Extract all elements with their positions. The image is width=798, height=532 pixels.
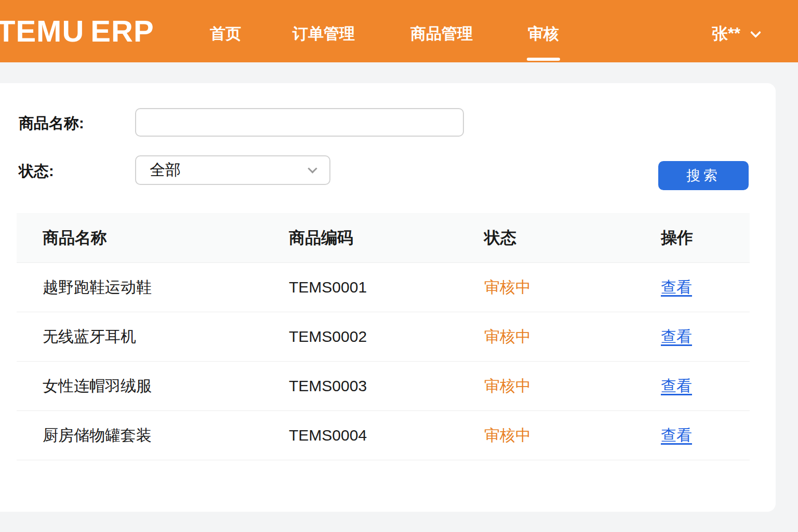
cell-product-code: TEMS0001: [289, 278, 484, 296]
cell-product-code: TEMS0003: [289, 377, 484, 395]
view-link[interactable]: 查看: [661, 425, 692, 446]
status-badge: 审核中: [484, 377, 531, 394]
cell-product-name: 越野跑鞋运动鞋: [17, 277, 289, 298]
status-badge: 审核中: [484, 427, 531, 444]
product-name-label: 商品名称:: [19, 113, 84, 134]
app-logo: TEMUERP: [0, 14, 154, 48]
nav-item-label: 首页: [210, 25, 241, 42]
product-name-input[interactable]: [135, 108, 464, 137]
status-select[interactable]: 全部: [135, 155, 330, 185]
column-header-name: 商品名称: [17, 227, 289, 249]
chevron-down-icon: [750, 26, 761, 37]
cell-product-name: 无线蓝牙耳机: [17, 326, 289, 348]
column-header-code: 商品编码: [289, 227, 484, 249]
table-row: 女性连帽羽绒服 TEMS0003 审核中 查看: [17, 362, 750, 411]
table-row: 越野跑鞋运动鞋 TEMS0001 审核中 查看: [17, 263, 750, 312]
chevron-down-icon: [308, 164, 317, 173]
nav-item-products[interactable]: 商品管理: [410, 23, 473, 62]
products-table: 商品名称 商品编码 状态 操作 越野跑鞋运动鞋 TEMS0001 审核中 查看 …: [17, 213, 750, 460]
table-row: 厨房储物罐套装 TEMS0004 审核中 查看: [17, 411, 750, 460]
nav-item-label: 审核: [528, 25, 559, 42]
search-button[interactable]: 搜索: [658, 161, 749, 190]
nav-item-home[interactable]: 首页: [210, 23, 241, 62]
column-header-action: 操作: [661, 227, 750, 249]
active-tab-underline: [527, 58, 560, 61]
user-name: 张**: [712, 23, 740, 45]
status-select-value: 全部: [150, 159, 181, 181]
status-badge: 审核中: [484, 328, 531, 345]
user-menu[interactable]: 张**: [712, 23, 760, 45]
view-link[interactable]: 查看: [661, 376, 692, 397]
app-header: TEMUERP 首页 订单管理 商品管理 审核 张**: [0, 0, 798, 62]
view-link[interactable]: 查看: [661, 326, 692, 348]
column-header-status: 状态: [484, 227, 661, 249]
nav-item-audit-active[interactable]: 审核: [528, 23, 559, 62]
cell-product-name: 女性连帽羽绒服: [17, 376, 289, 397]
nav-item-orders[interactable]: 订单管理: [292, 23, 355, 62]
nav-item-label: 商品管理: [410, 25, 473, 42]
content-card: 商品名称: 状态: 全部 搜索 商品名称 商品编码 状态 操作 越野跑鞋运动鞋 …: [0, 83, 776, 512]
table-row: 无线蓝牙耳机 TEMS0002 审核中 查看: [17, 312, 750, 362]
view-link[interactable]: 查看: [661, 277, 692, 298]
nav-item-label: 订单管理: [292, 25, 355, 42]
status-label: 状态:: [19, 161, 54, 182]
cell-product-code: TEMS0004: [289, 427, 484, 444]
table-header-row: 商品名称 商品编码 状态 操作: [17, 213, 750, 263]
cell-product-code: TEMS0002: [289, 328, 484, 345]
status-badge: 审核中: [484, 278, 531, 296]
logo-primary-text: TEMU: [0, 14, 84, 48]
logo-secondary-text: ERP: [90, 14, 154, 48]
cell-product-name: 厨房储物罐套装: [17, 425, 289, 446]
